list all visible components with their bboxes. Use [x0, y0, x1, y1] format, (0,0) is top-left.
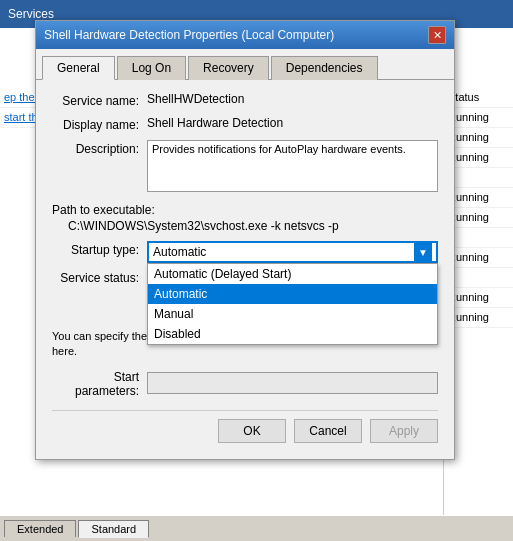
display-name-label: Display name:: [52, 116, 147, 132]
start-params-label: Start parameters:: [52, 368, 147, 398]
dropdown-field[interactable]: Automatic ▼: [147, 241, 438, 263]
dropdown-item-delayed[interactable]: Automatic (Delayed Start): [148, 264, 437, 284]
description-label: Description:: [52, 140, 147, 156]
tab-dependencies[interactable]: Dependencies: [271, 56, 378, 80]
dropdown-selected-value: Automatic: [153, 245, 206, 259]
display-name-row: Display name: Shell Hardware Detection: [52, 116, 438, 132]
taskbar-tab-standard[interactable]: Standard: [78, 520, 149, 538]
service-status-label: Service status:: [52, 271, 147, 285]
dropdown-menu: Automatic (Delayed Start) Automatic Manu…: [147, 263, 438, 345]
dropdown-arrow-icon: ▼: [414, 243, 432, 261]
path-section: Path to executable: C:\WINDOWS\System32\…: [52, 203, 438, 233]
taskbar: Extended Standard: [0, 515, 513, 541]
description-row: Description: Provides notifications for …: [52, 140, 438, 195]
service-name-label: Service name:: [52, 92, 147, 108]
apply-button[interactable]: Apply: [370, 419, 438, 443]
dialog-buttons: OK Cancel Apply: [52, 410, 438, 447]
cancel-button[interactable]: Cancel: [294, 419, 362, 443]
startup-type-dropdown[interactable]: Automatic ▼ Automatic (Delayed Start) Au…: [147, 241, 438, 263]
tab-logon[interactable]: Log On: [117, 56, 186, 80]
tab-recovery[interactable]: Recovery: [188, 56, 269, 80]
description-box: Provides notifications for AutoPlay hard…: [147, 140, 438, 195]
dialog-content: Service name: ShellHWDetection Display n…: [36, 80, 454, 459]
description-textarea[interactable]: Provides notifications for AutoPlay hard…: [147, 140, 438, 192]
service-name-row: Service name: ShellHWDetection: [52, 92, 438, 108]
startup-type-row: Startup type: Automatic ▼ Automatic (Del…: [52, 241, 438, 263]
dropdown-item-disabled[interactable]: Disabled: [148, 324, 437, 344]
start-params-row: Start parameters:: [52, 368, 438, 398]
bg-title: Services: [8, 7, 54, 21]
service-name-value: ShellHWDetection: [147, 92, 438, 106]
path-label: Path to executable:: [52, 203, 438, 217]
dialog-titlebar: Shell Hardware Detection Properties (Loc…: [36, 21, 454, 49]
dropdown-item-automatic[interactable]: Automatic: [148, 284, 437, 304]
ok-button[interactable]: OK: [218, 419, 286, 443]
dialog-title: Shell Hardware Detection Properties (Loc…: [44, 28, 334, 42]
properties-dialog: Shell Hardware Detection Properties (Loc…: [35, 20, 455, 460]
startup-type-label: Startup type:: [52, 241, 147, 257]
close-button[interactable]: ✕: [428, 26, 446, 44]
dropdown-item-manual[interactable]: Manual: [148, 304, 437, 324]
taskbar-tab-extended[interactable]: Extended: [4, 520, 76, 537]
display-name-value: Shell Hardware Detection: [147, 116, 438, 130]
start-params-input[interactable]: [147, 372, 438, 394]
tab-general[interactable]: General: [42, 56, 115, 80]
tab-bar: General Log On Recovery Dependencies: [36, 49, 454, 80]
path-value: C:\WINDOWS\System32\svchost.exe -k netsv…: [68, 219, 438, 233]
